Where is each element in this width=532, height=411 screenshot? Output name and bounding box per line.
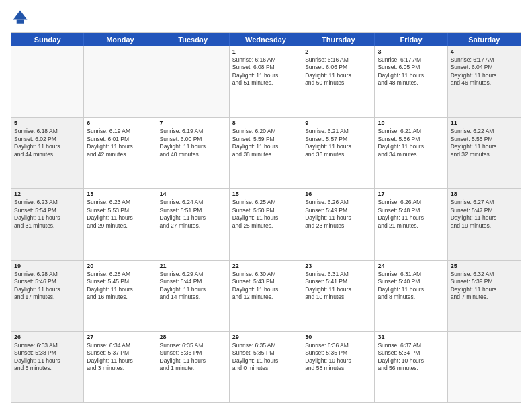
cell-line: Sunset: 6:01 PM xyxy=(87,136,153,143)
cal-cell-r3-c6: 25Sunrise: 6:32 AMSunset: 5:39 PMDayligh… xyxy=(448,261,521,331)
cal-cell-r3-c2: 21Sunrise: 6:29 AMSunset: 5:44 PMDayligh… xyxy=(157,261,230,331)
cal-cell-r1-c0: 5Sunrise: 6:18 AMSunset: 6:02 PMDaylight… xyxy=(11,118,84,188)
cell-line: Sunrise: 6:20 AM xyxy=(232,128,299,135)
calendar-row-0: 1Sunrise: 6:16 AMSunset: 6:08 PMDaylight… xyxy=(11,46,521,118)
day-number: 2 xyxy=(305,48,371,55)
cell-line: Sunrise: 6:36 AM xyxy=(305,342,371,349)
cal-cell-r4-c1: 27Sunrise: 6:34 AMSunset: 5:37 PMDayligh… xyxy=(84,332,157,402)
cell-line: Daylight: 11 hours xyxy=(87,286,153,293)
cell-line: and 38 minutes. xyxy=(232,151,299,158)
col-header-friday: Friday xyxy=(375,33,447,46)
cell-line: and 40 minutes. xyxy=(160,151,226,158)
cell-line: Daylight: 11 hours xyxy=(160,143,226,150)
cell-line: Sunrise: 6:35 AM xyxy=(160,342,226,349)
cal-cell-r3-c3: 22Sunrise: 6:30 AMSunset: 5:43 PMDayligh… xyxy=(230,261,302,331)
cell-line: Sunset: 5:43 PM xyxy=(232,278,299,285)
cell-line: and 46 minutes. xyxy=(451,79,518,87)
day-number: 7 xyxy=(160,120,226,126)
logo xyxy=(11,8,32,27)
cal-cell-r1-c6: 11Sunrise: 6:22 AMSunset: 5:55 PMDayligh… xyxy=(448,118,521,188)
cell-line: and 32 minutes. xyxy=(451,151,518,158)
cell-line: Sunrise: 6:35 AM xyxy=(232,342,299,349)
cell-line: Daylight: 11 hours xyxy=(232,286,299,293)
day-number: 13 xyxy=(87,191,153,197)
day-number: 27 xyxy=(87,334,153,340)
day-number: 4 xyxy=(451,48,518,55)
day-number: 11 xyxy=(451,120,518,126)
cell-line: Sunrise: 6:26 AM xyxy=(305,199,371,206)
cal-cell-r1-c4: 9Sunrise: 6:21 AMSunset: 5:57 PMDaylight… xyxy=(302,118,375,188)
cell-line: and 48 minutes. xyxy=(378,79,444,87)
cal-cell-r0-c1 xyxy=(84,46,157,117)
cell-line: Sunset: 5:56 PM xyxy=(378,136,444,143)
day-number: 8 xyxy=(232,120,299,126)
cell-line: Daylight: 11 hours xyxy=(160,286,226,293)
cell-line: Sunrise: 6:37 AM xyxy=(378,342,444,349)
cell-line: Daylight: 11 hours xyxy=(14,143,81,150)
cell-line: and 16 minutes. xyxy=(87,293,153,301)
cell-line: and 10 minutes. xyxy=(305,293,371,301)
day-number: 23 xyxy=(305,263,371,269)
cell-line: Sunrise: 6:24 AM xyxy=(160,199,226,206)
col-header-tuesday: Tuesday xyxy=(157,33,230,46)
cal-cell-r1-c1: 6Sunrise: 6:19 AMSunset: 6:01 PMDaylight… xyxy=(84,118,157,188)
cell-line: Sunset: 5:47 PM xyxy=(451,207,518,214)
cal-cell-r1-c5: 10Sunrise: 6:21 AMSunset: 5:56 PMDayligh… xyxy=(375,118,447,188)
cell-line: and 5 minutes. xyxy=(14,365,81,372)
day-number: 19 xyxy=(14,263,81,269)
cell-line: Sunset: 5:57 PM xyxy=(305,136,371,143)
cell-line: and 34 minutes. xyxy=(378,151,444,158)
cal-cell-r2-c6: 18Sunrise: 6:27 AMSunset: 5:47 PMDayligh… xyxy=(448,189,521,259)
cell-line: Sunrise: 6:21 AM xyxy=(305,128,371,135)
cell-line: Sunset: 6:04 PM xyxy=(451,64,518,71)
cal-cell-r1-c3: 8Sunrise: 6:20 AMSunset: 5:59 PMDaylight… xyxy=(230,118,302,188)
cell-line: Sunset: 6:06 PM xyxy=(305,64,371,71)
cell-line: Sunrise: 6:32 AM xyxy=(451,271,518,278)
logo-icon xyxy=(11,8,30,27)
cal-cell-r4-c5: 31Sunrise: 6:37 AMSunset: 5:34 PMDayligh… xyxy=(375,332,447,402)
cal-cell-r4-c0: 26Sunrise: 6:33 AMSunset: 5:38 PMDayligh… xyxy=(11,332,84,402)
cell-line: Daylight: 11 hours xyxy=(232,357,299,365)
cell-line: and 56 minutes. xyxy=(378,365,444,372)
cell-line: Sunset: 6:00 PM xyxy=(160,136,226,143)
col-header-saturday: Saturday xyxy=(448,33,521,46)
cell-line: Daylight: 11 hours xyxy=(378,214,444,222)
cell-line: and 51 minutes. xyxy=(232,79,299,87)
day-number: 29 xyxy=(232,334,299,340)
cell-line: Sunset: 6:08 PM xyxy=(232,64,299,71)
col-header-monday: Monday xyxy=(84,33,157,46)
cell-line: and 23 minutes. xyxy=(305,222,371,230)
cell-line: and 25 minutes. xyxy=(232,222,299,230)
cal-cell-r3-c4: 23Sunrise: 6:31 AMSunset: 5:41 PMDayligh… xyxy=(302,261,375,331)
cell-line: Sunset: 5:50 PM xyxy=(232,207,299,214)
cell-line: Sunrise: 6:34 AM xyxy=(87,342,153,349)
cell-line: Sunrise: 6:28 AM xyxy=(14,271,81,278)
day-number: 30 xyxy=(305,334,371,340)
page: SundayMondayTuesdayWednesdayThursdayFrid… xyxy=(0,0,532,411)
day-number: 26 xyxy=(14,334,81,340)
cell-line: Daylight: 11 hours xyxy=(14,214,81,222)
cell-line: Sunrise: 6:17 AM xyxy=(378,56,444,64)
cell-line: Sunset: 5:45 PM xyxy=(87,278,153,285)
cell-line: Sunset: 5:40 PM xyxy=(378,278,444,285)
header xyxy=(11,8,521,27)
cell-line: Sunset: 5:51 PM xyxy=(160,207,226,214)
day-number: 6 xyxy=(87,120,153,126)
cal-cell-r2-c4: 16Sunrise: 6:26 AMSunset: 5:49 PMDayligh… xyxy=(302,189,375,259)
cell-line: Daylight: 11 hours xyxy=(451,143,518,150)
day-number: 14 xyxy=(160,191,226,197)
cal-cell-r2-c1: 13Sunrise: 6:23 AMSunset: 5:53 PMDayligh… xyxy=(84,189,157,259)
calendar-body: 1Sunrise: 6:16 AMSunset: 6:08 PMDaylight… xyxy=(11,46,521,402)
cal-cell-r2-c3: 15Sunrise: 6:25 AMSunset: 5:50 PMDayligh… xyxy=(230,189,302,259)
cell-line: Daylight: 11 hours xyxy=(160,357,226,365)
cell-line: Daylight: 11 hours xyxy=(451,72,518,79)
cell-line: Sunrise: 6:26 AM xyxy=(378,199,444,206)
cell-line: Sunrise: 6:31 AM xyxy=(378,271,444,278)
cell-line: Sunrise: 6:17 AM xyxy=(451,56,518,64)
day-number: 28 xyxy=(160,334,226,340)
cell-line: Sunset: 5:37 PM xyxy=(87,349,153,357)
cal-cell-r3-c0: 19Sunrise: 6:28 AMSunset: 5:46 PMDayligh… xyxy=(11,261,84,331)
cell-line: Daylight: 11 hours xyxy=(305,286,371,293)
cell-line: Sunset: 5:53 PM xyxy=(87,207,153,214)
day-number: 15 xyxy=(232,191,299,197)
